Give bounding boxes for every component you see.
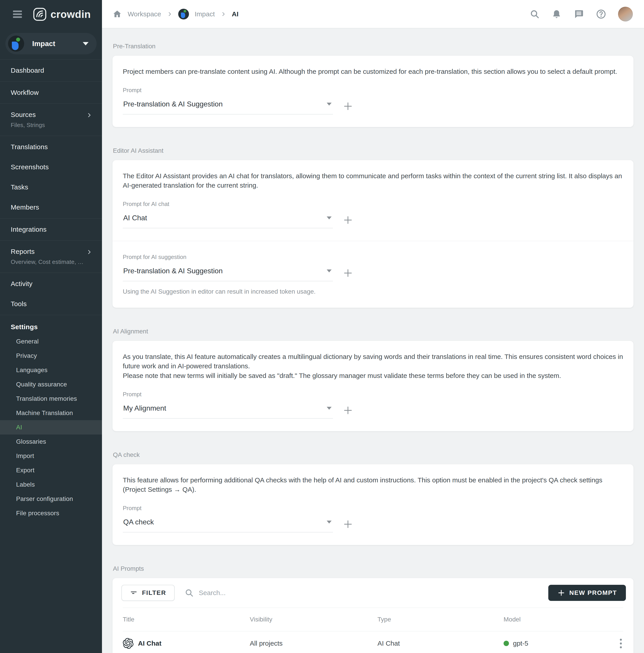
crowdin-logo[interactable]: crowdin [33,7,91,22]
prompt-title: AI Chat [138,639,162,647]
field-label: Prompt [123,505,623,512]
section-heading: Editor AI Assistant [113,147,634,154]
table-header-row: Title Visibility Type Model [123,608,623,631]
sidebar-item-reports[interactable]: Reports Overview, Cost estimate, Transl.… [0,242,102,272]
sidebar-settings-item-quality-assurance[interactable]: Quality assurance [0,377,102,392]
project-avatar [8,35,24,52]
sidebar-settings-item-languages[interactable]: Languages [0,363,102,377]
add-prompt-button[interactable] [343,215,353,225]
sidebar-settings-item-machine-translation[interactable]: Machine Translation [0,406,102,420]
sidebar-item-sources[interactable]: Sources Files, Strings [0,105,102,135]
add-prompt-button[interactable] [343,405,353,415]
sidebar-item-dashboard[interactable]: Dashboard [0,61,102,80]
chevron-down-icon [327,103,331,105]
field-label: Prompt [123,87,623,94]
qa-check-prompt-field: Prompt QA check [123,505,623,532]
pre-translation-description: Project members can pre-translate conten… [123,67,623,76]
sidebar-settings-item-labels[interactable]: Labels [0,478,102,492]
chevron-right-icon [86,112,92,118]
brand-name: crowdin [51,8,91,20]
chevron-down-icon [327,269,331,272]
qa-check-description: This feature allows for performing addit… [123,476,623,494]
sidebar-settings-item-ai[interactable]: AI [0,420,102,435]
ai-chat-prompt-select[interactable]: AI Chat [123,212,333,228]
section-heading: AI Alignment [113,328,634,335]
crowdin-logo-icon [33,7,47,22]
section-pre-translation: Pre-Translation Project members can pre-… [113,43,634,127]
prompt-visibility: All projects [250,639,377,647]
ai-suggestion-note: Using the AI Suggestion in editor can re… [123,288,623,295]
sidebar-item-members[interactable]: Members [0,197,102,217]
sidebar-item-translations[interactable]: Translations [0,137,102,157]
ai-alignment-prompt-select[interactable]: My Alignment [123,402,333,419]
pre-translation-prompt-field: Prompt Pre-translation & AI Suggestion [123,87,623,115]
prompt-model: gpt-5 [513,639,528,647]
sidebar-settings-item-translation-memories[interactable]: Translation memories [0,392,102,406]
search-input[interactable] [199,589,548,597]
sidebar-settings-item-glossaries[interactable]: Glossaries [0,435,102,449]
sidebar-header: crowdin [0,0,102,28]
row-menu-kebab-icon[interactable] [619,637,623,650]
chevron-right-icon [86,249,92,255]
add-prompt-button[interactable] [343,268,353,278]
chevron-down-icon [327,216,331,219]
table-row[interactable]: AI Chat All projects AI Chat gpt-5 [123,631,623,653]
sidebar-settings-item-general[interactable]: General [0,334,102,349]
search-icon[interactable] [529,9,540,19]
breadcrumb-current-page: AI [232,10,239,18]
sidebar-item-integrations[interactable]: Integrations [0,219,102,240]
section-qa-check: QA check This feature allows for perform… [113,451,634,545]
topbar-actions [529,7,633,22]
pre-translation-card: Project members can pre-translate conten… [113,56,634,127]
project-selector-wrap: Impact [0,28,102,59]
hamburger-menu-icon[interactable] [13,9,22,19]
ai-suggestion-prompt-select[interactable]: Pre-translation & AI Suggestion [123,265,333,281]
sidebar-item-workflow[interactable]: Workflow [0,82,102,103]
chevron-down-icon [327,407,331,410]
qa-check-prompt-select[interactable]: QA check [123,516,333,532]
sidebar-item-activity[interactable]: Activity [0,274,102,294]
breadcrumb-project-avatar[interactable] [178,9,189,20]
section-ai-alignment: AI Alignment As you translate, this AI f… [113,328,634,431]
chevron-right-icon [167,11,172,17]
user-avatar[interactable] [618,7,633,22]
sidebar-item-screenshots[interactable]: Screenshots [0,157,102,177]
section-heading: QA check [113,451,634,458]
field-label: Prompt [123,391,623,398]
sidebar-settings-item-privacy[interactable]: Privacy [0,349,102,363]
pre-translation-prompt-select[interactable]: Pre-translation & AI Suggestion [123,98,333,115]
section-heading: Pre-Translation [113,43,634,50]
add-prompt-button[interactable] [343,519,353,529]
ai-alignment-description-line2: Please note that new terms will initiall… [123,371,623,381]
topbar: Workspace Impact AI [102,0,644,28]
sidebar-item-tasks[interactable]: Tasks [0,177,102,197]
project-selector[interactable]: Impact [5,33,97,54]
sidebar-settings-item-parser-configuration[interactable]: Parser configuration [0,492,102,506]
sidebar-item-tools[interactable]: Tools [0,294,102,314]
field-label: Prompt for AI chat [123,200,623,208]
sidebar-settings-item-file-processors[interactable]: File processors [0,506,102,521]
sidebar-nav: Dashboard Workflow Sources Files, String… [0,59,102,315]
prompt-type: AI Chat [377,639,503,647]
search-box [184,588,548,598]
ai-suggestion-prompt-field: Prompt for AI suggestion Pre-translation… [123,253,623,295]
breadcrumb-project[interactable]: Impact [195,10,215,18]
breadcrumb-workspace[interactable]: Workspace [128,10,161,18]
sidebar-settings-item-export[interactable]: Export [0,463,102,478]
add-prompt-button[interactable] [343,101,353,111]
editor-ai-assistant-card: The Editor AI Assistant provides an AI c… [113,160,634,308]
help-icon[interactable] [596,9,606,20]
ai-prompts-table: Title Visibility Type Model AI Chat All [113,608,634,653]
messages-icon[interactable] [573,9,584,20]
sidebar-settings-group: Settings General Privacy Languages Quali… [0,315,102,523]
section-ai-prompts: AI Prompts FILTER NEW PROMP [113,565,634,653]
home-icon[interactable] [113,9,122,19]
notifications-bell-icon[interactable] [551,9,562,19]
sidebar-settings-header: Settings [0,321,102,334]
sidebar-settings-item-import[interactable]: Import [0,449,102,463]
new-prompt-button[interactable]: NEW PROMPT [548,585,626,601]
column-header-title: Title [123,616,250,623]
filter-button[interactable]: FILTER [121,585,175,601]
main-area: Workspace Impact AI [102,0,644,653]
breadcrumb: Workspace Impact AI [113,9,529,20]
